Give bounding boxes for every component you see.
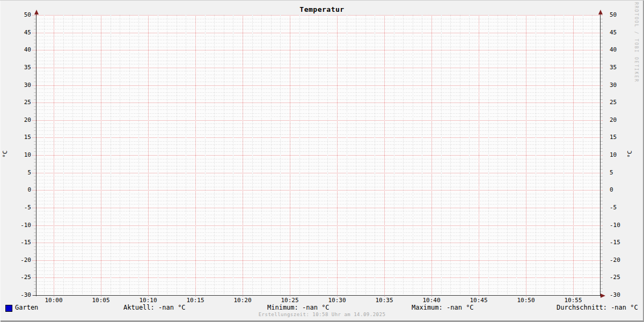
rrdtool-watermark: RRDTOOL / TOBI OETIKER — [634, 2, 639, 83]
y-minor-tick-right — [601, 169, 603, 170]
y-tick-label-left: 45 — [10, 29, 31, 36]
grid-line-horizontal-major — [32, 33, 603, 33]
y-minor-tick-right — [601, 288, 603, 289]
grid-line-vertical-minor — [422, 15, 422, 295]
y-minor-tick-right — [601, 232, 603, 233]
y-minor-tick-right — [601, 264, 603, 264]
y-minor-tick-right — [601, 123, 603, 124]
y-minor-tick-right — [601, 43, 603, 43]
y-minor-tick-right — [601, 180, 603, 180]
y-minor-tick-right — [601, 144, 603, 145]
y-minor-tick-right — [601, 250, 603, 250]
y-minor-tick-right — [601, 22, 603, 23]
y-minor-tick-right — [601, 47, 603, 47]
grid-line-vertical-minor — [214, 15, 215, 295]
grid-line-horizontal-major — [32, 103, 603, 103]
grid-line-vertical-minor — [365, 15, 366, 295]
grid-line-horizontal-major — [32, 120, 603, 121]
y-minor-tick-right — [601, 57, 603, 57]
x-tick-label: 10:10 — [135, 297, 161, 304]
y-minor-tick-right — [601, 29, 603, 30]
grid-line-horizontal-major — [32, 68, 603, 68]
y-minor-tick-right — [601, 187, 603, 187]
x-tick-label: 10:40 — [419, 297, 444, 304]
x-tick-label: 10:55 — [560, 297, 586, 304]
grid-line-vertical-minor — [167, 15, 167, 295]
y-tick-label-right: 20 — [610, 116, 631, 124]
y-tick-label-right: -25 — [610, 274, 631, 281]
y-tick-label-left: -5 — [10, 204, 31, 211]
y-tick-label-right: -20 — [610, 257, 631, 264]
y-tick-label-left: 50 — [10, 11, 31, 19]
y-tick-label-right: -10 — [610, 222, 631, 229]
grid-line-vertical-minor — [554, 15, 555, 295]
legend-series-label: Garten — [15, 304, 38, 311]
x-tick-label: 10:00 — [41, 297, 67, 304]
y-minor-tick-right — [601, 134, 603, 135]
rrd-graph: Temperatur RRDTOOL / TOBI OETIKER °C °C … — [0, 0, 644, 322]
y-minor-tick-right — [601, 96, 603, 96]
y-tick-label-right: -30 — [610, 291, 631, 299]
y-minor-tick-right — [601, 197, 603, 197]
grid-line-horizontal-major — [32, 277, 603, 278]
y-minor-tick-right — [601, 106, 603, 107]
y-minor-tick-right — [601, 253, 603, 254]
legend-stat-aktuell: Aktuell: -nan °C — [123, 304, 186, 311]
grid-line-vertical-minor — [460, 15, 460, 295]
y-minor-tick-right — [601, 222, 603, 222]
y-minor-tick-right — [601, 92, 603, 93]
y-minor-tick-right — [601, 130, 603, 131]
y-minor-tick-right — [601, 82, 603, 82]
grid-line-vertical-minor — [356, 15, 356, 295]
y-minor-tick-right — [601, 267, 603, 268]
grid-line-vertical-minor — [299, 15, 300, 295]
grid-line-vertical-minor — [44, 15, 45, 295]
y-minor-tick-right — [601, 166, 603, 166]
grid-line-vertical-minor — [592, 15, 592, 295]
y-axis-right-line — [600, 13, 601, 296]
grid-line-vertical-minor — [488, 15, 489, 295]
y-axis-label-left: °C — [1, 144, 10, 164]
y-minor-tick-right — [601, 246, 603, 247]
y-minor-tick-right — [601, 40, 603, 40]
grid-line-horizontal-major — [32, 243, 603, 243]
y-tick-label-right: 35 — [610, 64, 631, 71]
grid-line-vertical-major — [243, 15, 243, 297]
y-tick-label-left: 25 — [10, 99, 31, 106]
grid-line-vertical-minor — [516, 15, 517, 295]
y-minor-tick-right — [601, 270, 603, 271]
x-tick-label: 10:20 — [230, 297, 255, 304]
y-minor-tick-right — [601, 75, 603, 75]
y-minor-tick-right — [601, 215, 603, 215]
grid-line-vertical-minor — [375, 15, 375, 295]
legend-stat-minimum: Minimum: -nan °C — [267, 304, 330, 311]
y-minor-tick-right — [601, 109, 603, 110]
grid-line-horizontal-major — [32, 155, 603, 156]
grid-line-vertical-minor — [233, 15, 233, 295]
grid-line-vertical-minor — [413, 15, 413, 295]
grid-line-vertical-major — [431, 15, 432, 297]
grid-line-vertical-major — [337, 15, 338, 297]
y-minor-tick-right — [601, 36, 603, 36]
grid-line-horizontal-major — [32, 137, 603, 138]
grid-line-horizontal-major — [32, 15, 603, 16]
y-minor-tick-right — [601, 116, 603, 117]
y-minor-tick-right — [601, 274, 603, 275]
y-tick-label-left: 20 — [10, 116, 31, 124]
y-minor-tick-right — [601, 54, 603, 54]
y-tick-label-left: 5 — [10, 169, 31, 177]
y-tick-label-right: 15 — [610, 134, 631, 141]
grid-line-horizontal-major — [32, 260, 603, 261]
grid-line-vertical-major — [290, 15, 290, 297]
y-tick-label-left: 35 — [10, 64, 31, 71]
x-tick-label: 10:25 — [277, 297, 303, 304]
y-tick-label-left: -10 — [10, 222, 31, 229]
y-tick-label-left: 30 — [10, 82, 31, 89]
grid-line-vertical-minor — [497, 15, 498, 295]
x-tick-label: 10:05 — [88, 297, 114, 304]
y-minor-tick-right — [601, 159, 603, 159]
grid-line-vertical-minor — [120, 15, 120, 295]
y-tick-label-right: 5 — [610, 169, 631, 177]
y-axis-left-line — [36, 13, 36, 296]
grid-line-vertical-minor — [224, 15, 224, 295]
